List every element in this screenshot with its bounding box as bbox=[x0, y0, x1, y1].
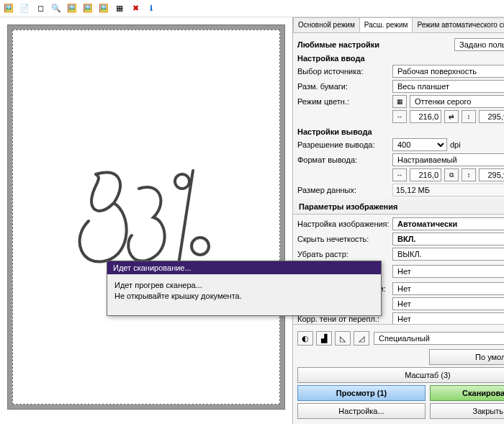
imageadj-select[interactable]: Автоматически bbox=[392, 217, 504, 230]
unsharp-label: Скрыть нечеткость: bbox=[297, 235, 390, 243]
imageparams-header: Параметры изображения bbox=[293, 199, 504, 215]
tb-delete-icon[interactable]: ✖ bbox=[128, 1, 143, 16]
favorites-label: Любимые настройки bbox=[297, 40, 379, 49]
datasize-value: 15,12 МБ bbox=[392, 184, 504, 197]
gutter-label: Корр. тени от перепл.: bbox=[297, 315, 390, 323]
dialog-line2: Не открывайте крышку документа. bbox=[114, 291, 374, 302]
preview-image[interactable] bbox=[12, 30, 280, 405]
scanning-dialog: Идет сканирование... Идет прогрев сканер… bbox=[107, 261, 382, 316]
defaults-button[interactable]: По умолч. bbox=[429, 349, 504, 365]
tab-auto[interactable]: Режим автоматического сканирования bbox=[412, 17, 504, 32]
height-icon: ↕ bbox=[462, 110, 476, 123]
grain-select[interactable]: Нет bbox=[392, 282, 504, 295]
out-height-icon: ↕ bbox=[462, 168, 476, 181]
input-width[interactable] bbox=[410, 110, 441, 123]
resolution-label: Разрешение вывода: bbox=[297, 140, 390, 149]
tb-grid-icon[interactable]: ▦ bbox=[112, 1, 127, 16]
papersize-select[interactable]: Весь планшет bbox=[392, 80, 504, 93]
svg-point-1 bbox=[192, 238, 209, 255]
tab-basic[interactable]: Основной режим bbox=[293, 17, 360, 32]
preview-frame bbox=[7, 24, 285, 410]
imageadj-label: Настройка изображения: bbox=[297, 220, 390, 228]
dialog-title: Идет сканирование... bbox=[107, 261, 381, 274]
favorites-select[interactable]: Задано пользователем bbox=[454, 38, 504, 51]
curve-tone-icon[interactable]: ◺ bbox=[335, 331, 351, 346]
format-select[interactable]: Настраиваемый bbox=[392, 153, 504, 166]
bottom-buttons: ◐ ▟ ◺ ◿ Специальный По умолч. Масштаб (3… bbox=[293, 324, 504, 424]
width-icon: ↔ bbox=[392, 110, 407, 123]
tb-new-icon[interactable]: 📄 bbox=[17, 1, 32, 16]
zoom-button[interactable]: Масштаб (3) bbox=[297, 367, 504, 383]
close-button[interactable]: Закрыть (5) bbox=[430, 403, 504, 419]
source-select[interactable]: Рабочая поверхность bbox=[392, 65, 504, 78]
tb-marquee-icon[interactable]: ◻ bbox=[33, 1, 48, 16]
descreen-label: Убрать растр: bbox=[297, 250, 390, 258]
toolbar: 🖼️ 📄 ◻ 🔍 🖼️ 🖼️ 🖼️ ▦ ✖ ℹ bbox=[0, 0, 504, 17]
dialog-line1: Идет прогрев сканера... bbox=[114, 280, 374, 291]
tb-info-icon[interactable]: ℹ bbox=[144, 1, 158, 16]
output-width[interactable] bbox=[410, 168, 441, 181]
tb-thumb2-icon[interactable]: 🖼️ bbox=[81, 1, 95, 16]
preview-area bbox=[0, 17, 292, 424]
format-label: Формат вывода: bbox=[297, 155, 390, 164]
tb-zoom-icon[interactable]: 🔍 bbox=[49, 1, 63, 16]
input-height[interactable] bbox=[479, 110, 504, 123]
colormode-menu-icon[interactable]: ▦ bbox=[392, 95, 407, 108]
swap-icon[interactable]: ⇄ bbox=[444, 110, 459, 123]
dpi-label: dpi bbox=[450, 140, 461, 149]
dust-select[interactable]: Нет bbox=[392, 265, 504, 278]
output-header: Настройки вывода bbox=[297, 127, 504, 136]
backlight-select[interactable]: Нет bbox=[392, 297, 504, 310]
preview-button[interactable]: Просмотр (1) bbox=[297, 385, 426, 401]
link-icon[interactable]: ⧉ bbox=[444, 168, 459, 181]
descreen-select[interactable]: ВЫКЛ. bbox=[392, 248, 504, 261]
papersize-label: Разм. бумаги: bbox=[297, 82, 390, 91]
tb-image-icon[interactable]: 🖼️ bbox=[1, 1, 16, 16]
input-header: Настройка ввода bbox=[297, 54, 504, 63]
curve-hist-icon[interactable]: ▟ bbox=[316, 331, 332, 346]
resolution-select[interactable]: 400 bbox=[392, 138, 447, 151]
tab-advanced[interactable]: Расш. режим bbox=[359, 17, 413, 32]
settings-button[interactable]: Настройка... bbox=[297, 403, 426, 419]
out-width-icon: ↔ bbox=[392, 168, 407, 181]
source-label: Выбор источника: bbox=[297, 67, 390, 76]
colormode-label: Режим цветн.: bbox=[297, 97, 390, 106]
settings-panel: Основной режим Расш. режим Режим автомат… bbox=[292, 17, 504, 424]
output-height[interactable] bbox=[479, 168, 504, 181]
datasize-label: Размер данных: bbox=[297, 186, 390, 194]
mode-tabs: Основной режим Расш. режим Режим автомат… bbox=[293, 17, 504, 32]
curve-contrast-icon[interactable]: ◐ bbox=[297, 331, 313, 346]
gutter-select[interactable]: Нет bbox=[392, 312, 504, 324]
colormode-select[interactable]: Оттенки серого bbox=[410, 95, 504, 108]
tb-thumb1-icon[interactable]: 🖼️ bbox=[65, 1, 79, 16]
svg-point-0 bbox=[175, 174, 189, 189]
scan-button[interactable]: Сканировать (2) bbox=[430, 385, 504, 401]
unsharp-select[interactable]: ВКЛ. bbox=[392, 233, 504, 245]
tb-thumb3-icon[interactable]: 🖼️ bbox=[96, 1, 111, 16]
curve-final-icon[interactable]: ◿ bbox=[354, 331, 369, 346]
curve-preset-select[interactable]: Специальный bbox=[374, 332, 504, 345]
